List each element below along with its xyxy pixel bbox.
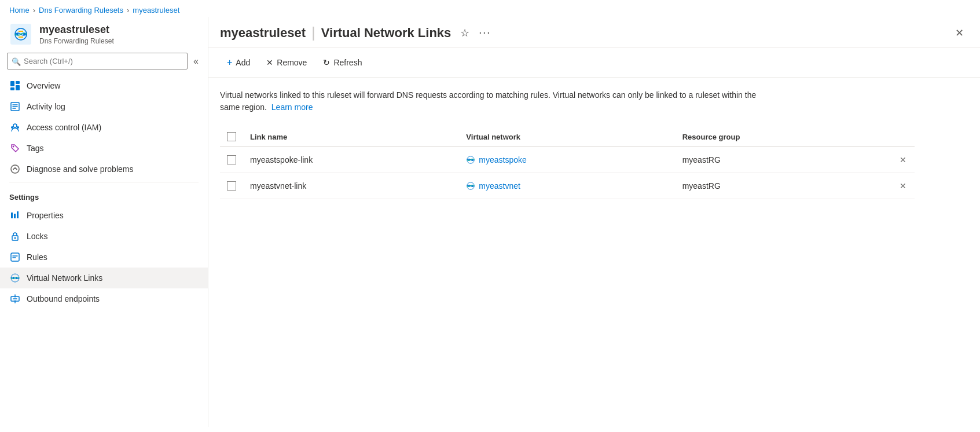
row-2-vnet: myeastvnet (459, 181, 675, 191)
sidebar-item-properties[interactable]: Properties (0, 205, 208, 226)
add-button[interactable]: + Add (220, 54, 257, 71)
svg-point-9 (13, 124, 17, 127)
row-1-link-name: myeastspoke-link (243, 155, 459, 164)
resource-name: myeastruleset (39, 24, 114, 36)
toolbar: + Add ✕ Remove ↻ Refresh (208, 48, 980, 78)
locks-icon (9, 230, 21, 242)
title-separator: | (311, 24, 315, 42)
favorite-button[interactable]: ☆ (458, 24, 472, 42)
breadcrumb-home[interactable]: Home (9, 6, 30, 14)
collapse-button[interactable]: « (191, 54, 201, 69)
overview-icon (9, 80, 21, 91)
remove-label: Remove (277, 58, 307, 67)
settings-section-label: Settings (0, 185, 208, 205)
virtual-network-links-icon (9, 272, 21, 284)
sidebar-item-activity-log-label: Activity log (27, 102, 65, 111)
svg-rect-14 (11, 213, 13, 218)
search-icon: 🔍 (12, 57, 21, 65)
row-2-vnet-link[interactable]: myeastvnet (466, 181, 668, 191)
svg-rect-15 (14, 214, 16, 218)
resource-title-in-header: myeastruleset (220, 25, 306, 41)
row-2-checkbox[interactable] (227, 181, 236, 191)
sidebar-item-overview-label: Overview (27, 81, 60, 90)
properties-icon (9, 210, 21, 221)
breadcrumb-sep-1: › (33, 6, 35, 14)
vnet-icon-row2 (466, 181, 475, 191)
sidebar-item-properties-label: Properties (27, 211, 64, 220)
sidebar-item-tags[interactable]: Tags (0, 138, 208, 159)
svg-rect-7 (16, 85, 20, 90)
content-body: Virtual networks linked to this ruleset … (208, 78, 980, 427)
sidebar-item-access-control-label: Access control (IAM) (27, 123, 101, 132)
breadcrumb-rulesets[interactable]: Dns Forwarding Rulesets (39, 6, 123, 14)
sidebar-item-diagnose[interactable]: Diagnose and solve problems (0, 159, 208, 180)
svg-rect-6 (10, 87, 14, 90)
close-button[interactable]: ✕ (950, 24, 968, 42)
add-icon: + (227, 57, 232, 68)
refresh-icon: ↻ (323, 58, 330, 67)
row-1-delete-button[interactable]: ✕ (897, 153, 909, 167)
learn-more-link[interactable]: Learn more (271, 102, 313, 112)
header-checkbox[interactable] (227, 132, 236, 141)
diagnose-icon (9, 163, 21, 175)
svg-rect-19 (11, 253, 19, 261)
sidebar-item-outbound-endpoints-label: Outbound endpoints (27, 294, 100, 303)
breadcrumb-ruleset[interactable]: myeastruleset (133, 6, 179, 14)
row-2-link-name: myeastvnet-link (243, 181, 459, 191)
svg-rect-16 (17, 211, 19, 218)
svg-rect-5 (16, 81, 20, 84)
svg-point-3 (23, 33, 25, 35)
add-label: Add (236, 58, 250, 67)
row-1-vnet: myeastspoke (459, 155, 675, 164)
remove-button[interactable]: ✕ Remove (259, 54, 314, 71)
sidebar-item-activity-log[interactable]: Activity log (0, 96, 208, 117)
outbound-endpoints-icon (9, 293, 21, 305)
virtual-network-links-table: Link name Virtual network Resource group… (220, 127, 915, 199)
search-input[interactable] (7, 53, 188, 69)
nav-items: Overview Activity log Access control (IA… (0, 75, 208, 421)
sidebar-item-locks[interactable]: Locks (0, 226, 208, 247)
row-1-vnet-link[interactable]: myeastspoke (466, 155, 668, 164)
row-2-resource-group: myeastRG (676, 181, 891, 191)
resource-info: myeastruleset Dns Forwarding Ruleset (39, 24, 114, 45)
breadcrumb: Home › Dns Forwarding Rulesets › myeastr… (0, 0, 980, 17)
th-virtual-network: Virtual network (459, 133, 675, 141)
tags-icon (9, 142, 21, 154)
remove-icon: ✕ (266, 58, 273, 67)
table-row: myeastvnet-link myeastvnet (220, 173, 915, 199)
header-checkbox-cell (220, 132, 243, 141)
svg-point-2 (16, 33, 19, 35)
nav-divider-settings (9, 182, 199, 182)
row-1-checkbox[interactable] (227, 155, 236, 164)
th-link-name: Link name (243, 133, 459, 141)
page-title: Virtual Network Links (321, 25, 452, 41)
th-resource-group: Resource group (676, 133, 891, 141)
row-2-checkbox-cell (220, 181, 243, 191)
resource-type: Dns Forwarding Ruleset (39, 37, 114, 45)
refresh-label: Refresh (333, 58, 362, 67)
svg-point-21 (13, 277, 14, 279)
sidebar-item-rules[interactable]: Rules (0, 247, 208, 268)
sidebar-item-rules-label: Rules (27, 252, 47, 262)
resource-icon (9, 23, 32, 46)
activity-log-icon (9, 101, 21, 112)
svg-point-12 (13, 146, 14, 148)
refresh-button[interactable]: ↻ Refresh (316, 54, 369, 71)
sidebar-item-locks-label: Locks (27, 232, 48, 241)
row-2-delete-button[interactable]: ✕ (897, 179, 909, 193)
svg-point-28 (468, 185, 470, 187)
sidebar-item-overview[interactable]: Overview (0, 75, 208, 96)
sidebar-item-outbound-endpoints[interactable]: Outbound endpoints (0, 288, 208, 309)
row-1-delete-cell: ✕ (891, 153, 915, 167)
table-header: Link name Virtual network Resource group (220, 127, 915, 147)
access-control-icon (9, 122, 21, 133)
sidebar-item-tags-label: Tags (27, 144, 44, 153)
svg-point-18 (14, 237, 16, 239)
svg-point-29 (472, 185, 474, 187)
svg-rect-4 (10, 81, 14, 86)
more-options-button[interactable]: ··· (476, 24, 493, 41)
sidebar-item-virtual-network-links[interactable]: Virtual Network Links (0, 268, 208, 288)
sidebar-item-diagnose-label: Diagnose and solve problems (27, 164, 133, 174)
row-2-delete-cell: ✕ (891, 179, 915, 193)
sidebar-item-access-control[interactable]: Access control (IAM) (0, 117, 208, 138)
